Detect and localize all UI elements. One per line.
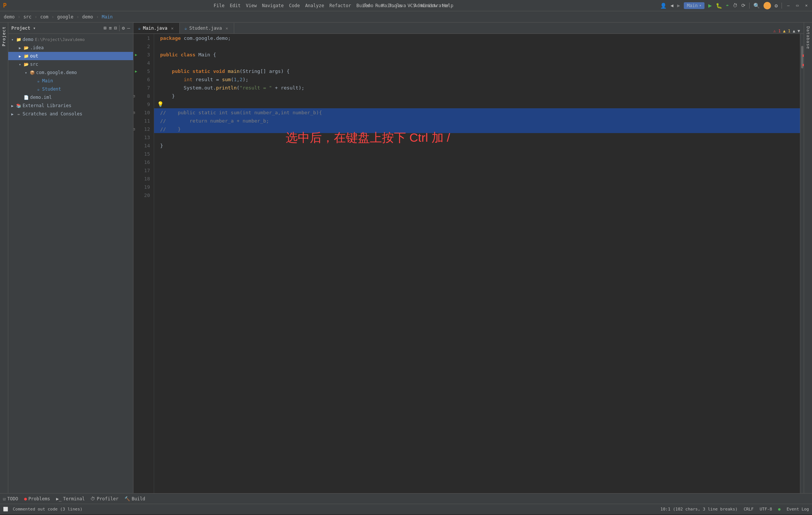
- fold-icon-12[interactable]: ⊟: [133, 127, 135, 131]
- search-btn[interactable]: 🔍: [753, 3, 760, 9]
- line-num-1: 1: [133, 34, 154, 42]
- line-num-4: 4: [133, 59, 154, 67]
- tree-item-ext-libs[interactable]: ▶ 📚 External Libraries: [8, 101, 133, 110]
- gear-icon[interactable]: ⚙: [122, 25, 125, 31]
- minimize-btn[interactable]: —: [786, 3, 791, 8]
- menu-file[interactable]: File: [214, 3, 224, 8]
- code-line-10: // public static int sum(int number_a,in…: [154, 108, 800, 117]
- toolbar-terminal[interactable]: ▶_ Terminal: [56, 496, 85, 501]
- tab-student-java[interactable]: ☕ Student.java ✕: [180, 23, 234, 33]
- nav-up-btn[interactable]: ▲: [793, 29, 795, 33]
- bulb-icon[interactable]: 💡: [157, 101, 164, 107]
- menu-refactor[interactable]: Refactor: [329, 3, 351, 8]
- toolbar-profiler[interactable]: ⏱ Profiler: [91, 496, 118, 501]
- code-line-11: // return number_a + number_b;: [154, 117, 800, 125]
- editor-scrollbar[interactable]: [800, 34, 804, 493]
- breadcrumb-com[interactable]: com: [40, 14, 48, 20]
- error-count: ⚠ 1: [773, 29, 781, 33]
- tree-item-out[interactable]: ▶ 📁 out: [8, 52, 133, 60]
- encoding[interactable]: UTF-8: [760, 507, 772, 512]
- maximize-btn[interactable]: ▭: [795, 3, 800, 8]
- close-btn[interactable]: ✕: [804, 3, 809, 8]
- method-println: println: [216, 85, 237, 91]
- line-num-9: 9: [133, 100, 154, 108]
- tree-label-scratches: Scratches and Consoles: [23, 111, 82, 117]
- tree-item-iml[interactable]: 📄 demo.iml: [8, 93, 133, 101]
- tree-item-package[interactable]: ▾ 📦 com.google.demo: [8, 68, 133, 77]
- semi-1: ;: [228, 35, 231, 41]
- code-line-12: // }: [154, 125, 800, 133]
- code-line-3: public class Main {: [154, 50, 800, 59]
- project-panel: Project Project ▾ ⊞ ≡ ⊟ ⚙ — ▾ 📁: [0, 23, 133, 493]
- tree-item-scratches[interactable]: ▶ ✏️ Scratches and Consoles: [8, 110, 133, 118]
- error-marker: [803, 55, 804, 57]
- fold-icon-8[interactable]: ⊟: [133, 94, 135, 98]
- forward-btn[interactable]: ▶: [677, 3, 680, 8]
- build-icon: 🔨: [124, 496, 130, 501]
- type-string: String: [242, 68, 260, 74]
- breadcrumb-demo2[interactable]: demo: [82, 14, 93, 20]
- line-num-6: 6: [133, 75, 154, 83]
- terminal-icon: ▶_: [56, 496, 61, 501]
- tab-main-java[interactable]: ☕ Main.java ✕: [133, 23, 180, 33]
- run-config-dropdown[interactable]: ▾: [699, 3, 701, 8]
- scratches-icon: ✏️: [16, 111, 22, 117]
- menu-analyze[interactable]: Analyze: [305, 3, 324, 8]
- code-line-20: [154, 191, 800, 199]
- toolbar-problems[interactable]: ● Problems: [24, 496, 50, 501]
- tab-main-close[interactable]: ✕: [170, 26, 175, 31]
- toolbar-todo[interactable]: ☑ TODO: [3, 496, 18, 501]
- code-editor[interactable]: package com.google.demo ; public class M…: [154, 34, 800, 493]
- str-result: "result = ": [239, 85, 272, 91]
- debug-btn[interactable]: 🐛: [716, 3, 722, 9]
- nav-bar: demo › src › com › google › demo › Main: [0, 11, 812, 23]
- breadcrumb-main[interactable]: Main: [102, 14, 113, 20]
- expand-btn[interactable]: ≡: [109, 25, 112, 31]
- line-num-20: 20: [133, 191, 154, 199]
- code-line-5: public static void main ( String [] args…: [154, 67, 800, 75]
- database-tab[interactable]: Database: [806, 26, 810, 49]
- status-bar: ⬜ Commented out code (3 lines) 10:1 (102…: [0, 504, 812, 514]
- breadcrumb-google[interactable]: google: [57, 14, 73, 20]
- event-log-label[interactable]: Event Log: [786, 507, 809, 512]
- window-controls: 👤 ◀ ▶ Main ▾ ▶ 🐛 ☂ ⏱ ⟳ 🔍 ⚙ — ▭ ✕: [660, 2, 809, 9]
- code-line-4: [154, 59, 800, 67]
- tree-item-main[interactable]: ☕ Main: [8, 77, 133, 85]
- menu-code[interactable]: Code: [289, 3, 300, 8]
- tree-item-demo[interactable]: ▾ 📁 demo E:\Project\Java\demo: [8, 35, 133, 44]
- pkg-name: com.google.demo: [184, 35, 228, 41]
- line-ending[interactable]: CRLF: [744, 507, 754, 512]
- hide-btn[interactable]: —: [127, 25, 130, 31]
- sidebar-tab-project[interactable]: Project: [2, 26, 6, 46]
- collapse-all-btn[interactable]: ⊞: [104, 25, 107, 31]
- run-gutter-icon-5[interactable]: ▶: [135, 69, 137, 73]
- profile-btn[interactable]: ⏱: [733, 3, 738, 8]
- tree-item-student[interactable]: ☕ Student: [8, 85, 133, 93]
- folder-out-icon: 📁: [23, 53, 29, 59]
- num-1: 1: [234, 77, 237, 82]
- menu-edit[interactable]: Edit: [230, 3, 241, 8]
- breadcrumb-demo[interactable]: demo: [4, 14, 15, 20]
- tab-student-close[interactable]: ✕: [224, 26, 229, 31]
- kw-public-3: public: [160, 52, 178, 58]
- back-btn[interactable]: ◀: [670, 3, 673, 8]
- tree-item-idea[interactable]: ▶ 📂 .idea: [8, 44, 133, 52]
- ext-libs-icon: 📚: [16, 103, 22, 109]
- toolbar-build[interactable]: 🔨 Build: [124, 496, 145, 501]
- coverage-btn[interactable]: ☂: [726, 3, 729, 8]
- panel-header: Project ▾ ⊞ ≡ ⊟ ⚙ —: [8, 23, 133, 34]
- run-gutter-icon-3[interactable]: ▶: [135, 53, 137, 57]
- code-line-13: [154, 133, 800, 141]
- vcs-update-btn[interactable]: ⟳: [741, 3, 745, 8]
- filter-btn[interactable]: ⊟: [114, 25, 117, 31]
- menu-navigate[interactable]: Navigate: [262, 3, 284, 8]
- comment-11: // return number_a + number_b;: [160, 118, 269, 124]
- fold-icon-10[interactable]: ⊟: [133, 111, 135, 115]
- nav-down-btn[interactable]: ▼: [797, 29, 800, 33]
- tree-item-src[interactable]: ▾ 📂 src: [8, 60, 133, 68]
- tab-student-label: Student.java: [189, 26, 222, 31]
- breadcrumb-src[interactable]: src: [23, 14, 32, 20]
- settings-btn[interactable]: ⚙: [775, 3, 778, 9]
- run-btn[interactable]: ▶: [708, 2, 712, 9]
- menu-view[interactable]: View: [246, 3, 257, 8]
